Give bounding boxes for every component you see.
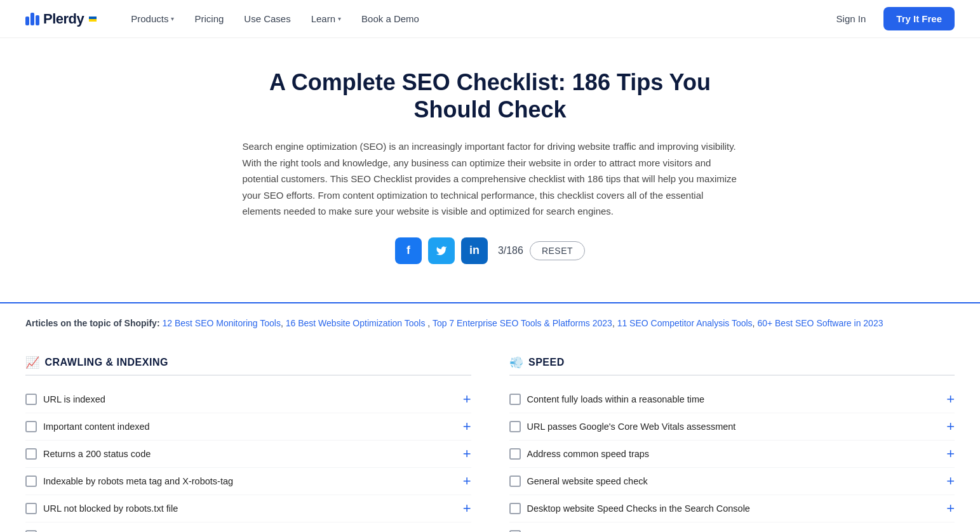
page-title: A Complete SEO Checklist: 186 Tips You S… [243, 69, 738, 123]
facebook-share-button[interactable]: f [395, 237, 422, 264]
checklist-item: Important content indexed+ [25, 413, 471, 441]
article-link-2[interactable]: Top 7 Enterprise SEO Tools & Platforms 2… [433, 318, 612, 328]
article-link-1[interactable]: 16 Best Website Optimization Tools [286, 318, 426, 328]
item-checkbox[interactable] [509, 394, 521, 405]
item-expand-button[interactable]: + [463, 529, 471, 532]
item-checkbox[interactable] [509, 448, 521, 460]
sign-in-link[interactable]: Sign In [829, 8, 874, 29]
section-icon-speed: 💨 [509, 356, 524, 369]
hero-section: A Complete SEO Checklist: 186 Tips You S… [230, 38, 751, 302]
section-header-speed: 💨SPEED [509, 356, 955, 376]
nav-item-pricing[interactable]: Pricing [185, 8, 232, 29]
site-header: Plerdy Products▾PricingUse CasesLearn▾Bo… [0, 0, 980, 38]
nav-item-use-cases[interactable]: Use Cases [235, 8, 299, 29]
item-label: URL not blocked by robots.txt file [43, 503, 457, 514]
item-label: Address common speed traps [527, 449, 941, 459]
item-label: Returns a 200 status code [43, 449, 457, 459]
checklist-item: URL passes Google's Core Web Vitals asse… [509, 413, 955, 441]
item-checkbox[interactable] [509, 475, 521, 487]
item-label: Content fully loads within a reasonable … [527, 394, 941, 404]
checklist-item: Indexable by robots meta tag and X-robot… [25, 468, 471, 495]
section-header-crawling: 📈CRAWLING & INDEXING [25, 356, 471, 376]
nav-item-book-a-demo[interactable]: Book a Demo [352, 8, 428, 29]
checklist-item: Sitemap file location defined in robots.… [25, 522, 471, 532]
reset-button[interactable]: RESET [530, 241, 585, 260]
item-expand-button[interactable]: + [463, 392, 471, 406]
linkedin-share-button[interactable]: in [461, 237, 488, 264]
checklist-item: URL not blocked by robots.txt file+ [25, 495, 471, 522]
main-nav: Products▾PricingUse CasesLearn▾Book a De… [122, 8, 828, 29]
item-expand-button[interactable]: + [463, 447, 471, 461]
header-right: Sign In Try It Free [829, 7, 955, 30]
try-free-button[interactable]: Try It Free [883, 7, 955, 30]
item-label: General website speed check [527, 476, 941, 486]
article-link-3[interactable]: 11 SEO Competitor Analysis Tools [617, 318, 753, 328]
checklist-item: General website speed check+ [509, 468, 955, 495]
checklist-item: Content fully loads within a reasonable … [509, 386, 955, 413]
article-link-0[interactable]: 12 Best SEO Monitoring Tools [162, 318, 281, 328]
chevron-down-icon: ▾ [171, 15, 174, 22]
item-expand-button[interactable]: + [946, 392, 955, 406]
checklist-item: Mobile website Speed Checks in the Searc… [509, 522, 955, 532]
item-expand-button[interactable]: + [463, 502, 471, 515]
checklist-item: Address common speed traps+ [509, 441, 955, 468]
item-expand-button[interactable]: + [946, 529, 955, 532]
item-label: Important content indexed [43, 422, 457, 432]
checklist-item: Returns a 200 status code+ [25, 441, 471, 468]
hero-description: Search engine optimization (SEO) is an i… [243, 138, 738, 220]
articles-row: Articles on the topic of Shopify: 12 Bes… [0, 303, 980, 343]
item-checkbox[interactable] [509, 421, 521, 432]
nav-item-learn[interactable]: Learn▾ [302, 8, 350, 29]
item-expand-button[interactable]: + [946, 420, 955, 434]
progress-counter: 3/186 [498, 245, 523, 256]
checklist-item: Desktop website Speed Checks in the Sear… [509, 495, 955, 522]
item-label: URL passes Google's Core Web Vitals asse… [527, 422, 941, 432]
item-expand-button[interactable]: + [946, 474, 955, 488]
logo-icon [25, 13, 39, 25]
section-speed: 💨SPEEDContent fully loads within a reaso… [509, 356, 955, 532]
item-label: Desktop website Speed Checks in the Sear… [527, 503, 941, 514]
item-checkbox[interactable] [25, 421, 37, 432]
item-checkbox[interactable] [25, 475, 37, 487]
social-row: f in 3/186 RESET [243, 237, 738, 282]
article-link-4[interactable]: 60+ Best SEO Software in 2023 [757, 318, 883, 328]
ukraine-flag-icon [89, 17, 97, 22]
section-icon-crawling: 📈 [25, 356, 40, 369]
checklist-grid: 📈CRAWLING & INDEXINGURL is indexed+Impor… [0, 343, 980, 532]
section-crawling: 📈CRAWLING & INDEXINGURL is indexed+Impor… [25, 356, 471, 532]
articles-links: 12 Best SEO Monitoring Tools, 16 Best We… [162, 318, 883, 328]
logo-text: Plerdy [43, 11, 84, 27]
item-checkbox[interactable] [25, 448, 37, 460]
item-checkbox[interactable] [25, 394, 37, 405]
item-expand-button[interactable]: + [463, 420, 471, 434]
item-label: URL is indexed [43, 394, 457, 404]
logo[interactable]: Plerdy [25, 11, 97, 27]
chevron-down-icon: ▾ [338, 15, 341, 22]
item-checkbox[interactable] [509, 503, 521, 514]
twitter-share-button[interactable] [428, 237, 455, 264]
item-expand-button[interactable]: + [946, 502, 955, 515]
item-expand-button[interactable]: + [463, 474, 471, 488]
nav-item-products[interactable]: Products▾ [122, 8, 183, 29]
checklist-item: URL is indexed+ [25, 386, 471, 413]
item-expand-button[interactable]: + [946, 447, 955, 461]
item-checkbox[interactable] [25, 503, 37, 514]
articles-prefix: Articles on the topic of Shopify: [25, 318, 160, 328]
item-label: Indexable by robots meta tag and X-robot… [43, 476, 457, 486]
